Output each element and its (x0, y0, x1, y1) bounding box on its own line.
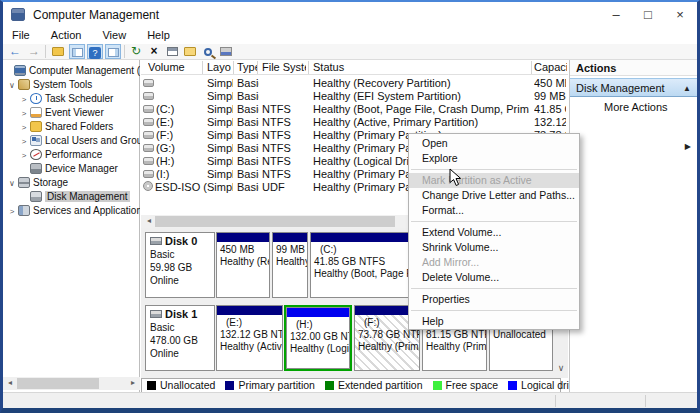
menu-help[interactable]: Help (138, 28, 179, 44)
storage-icon (18, 177, 30, 188)
tree-item-system-tools[interactable]: ∨System Tools (3, 78, 140, 92)
tree-item-storage[interactable]: ∨Storage (3, 176, 140, 190)
task-scheduler-icon (30, 93, 42, 104)
column-layout[interactable]: Layout (207, 60, 231, 75)
minimize-button[interactable]: – (601, 2, 631, 28)
window-title: Computer Management (33, 8, 159, 22)
users-icon (30, 135, 42, 146)
properties-icon[interactable] (164, 44, 180, 59)
disk-settings-icon[interactable] (218, 44, 234, 59)
disk-icon (150, 310, 162, 318)
scroll-left-icon[interactable]: ◂ (143, 215, 155, 227)
disk-management-icon (30, 191, 42, 202)
find-icon[interactable] (200, 44, 216, 59)
open-folder-icon[interactable] (182, 44, 198, 59)
tree-item-shared-folders[interactable]: >Shared Folders (3, 120, 140, 134)
expander-icon[interactable]: > (19, 107, 29, 120)
menu-action[interactable]: Action (42, 28, 91, 44)
tree-item-event-viewer[interactable]: >Event Viewer (3, 106, 140, 120)
scroll-thumb[interactable] (17, 378, 99, 389)
volume-row[interactable]: SimpleBasicHealthy (EFI System Partition… (141, 90, 568, 103)
forward-icon[interactable]: → (26, 44, 42, 59)
expander-icon[interactable]: ∨ (7, 177, 17, 190)
menu-view[interactable]: View (93, 28, 135, 44)
tree-item-task-scheduler[interactable]: >Task Scheduler (3, 92, 140, 106)
volume-row[interactable]: (C:)SimpleBasicNTFSHealthy (Boot, Page F… (141, 103, 568, 116)
drive-icon (143, 168, 156, 181)
back-icon[interactable]: ← (7, 44, 23, 59)
menu-item-open[interactable]: Open (409, 136, 579, 151)
menu-item-format[interactable]: Format... (409, 203, 579, 218)
disk1-partition-h[interactable]: (H:)132.00 GB NTFSHealthy (Logical Drive… (287, 308, 349, 368)
menu-item-mark-partition-active: Mark Partition as Active (409, 173, 579, 188)
status-bar (3, 392, 697, 408)
close-button[interactable]: × (665, 2, 695, 28)
help-icon[interactable]: ? (87, 44, 103, 59)
menu-item-delete-volume[interactable]: Delete Volume... (409, 270, 579, 285)
scroll-thumb[interactable] (155, 216, 395, 227)
partition-legend: Unallocated Primary partition Extended p… (141, 378, 561, 393)
legend-item: Primary partition (225, 379, 314, 392)
legend-swatch (147, 381, 156, 390)
menu-item-extend-volume[interactable]: Extend Volume... (409, 225, 579, 240)
refresh-icon[interactable]: ↻ (128, 44, 144, 59)
maximize-button[interactable]: □ (633, 2, 663, 28)
toolbar-separator (124, 45, 125, 58)
up-level-icon[interactable] (50, 44, 66, 59)
menu-item-help[interactable]: Help (409, 314, 579, 329)
column-status[interactable]: Status (313, 60, 523, 75)
drive-icon (143, 142, 156, 155)
expander-icon[interactable]: > (19, 121, 29, 134)
menu-item-properties[interactable]: Properties (409, 292, 579, 307)
tree-item-services-applications[interactable]: >Services and Applications (3, 204, 140, 218)
disk1-partition-e[interactable]: (E:)132.12 GB NTFSHealthy (Active, Prima… (216, 305, 283, 371)
tree-item-device-manager[interactable]: Device Manager (3, 162, 140, 176)
tree-item-performance[interactable]: >Performance (3, 148, 140, 162)
drive-icon (143, 155, 156, 168)
menu-item-change-drive-letter[interactable]: Change Drive Letter and Paths... (409, 188, 579, 203)
console-tree: Computer Management (Local) ∨System Tool… (3, 60, 140, 392)
disk0-label[interactable]: Disk 0 Basic 59.98 GB Online (145, 232, 215, 298)
action-pane-toggle-icon[interactable] (105, 44, 121, 59)
console-tree-toggle-icon[interactable] (69, 44, 85, 59)
volume-row[interactable]: SimpleBasicHealthy (Recovery Partition)4… (141, 77, 568, 90)
menu-item-explore[interactable]: Explore (409, 151, 579, 166)
collapse-icon[interactable]: ▲ (683, 79, 691, 98)
tree-horizontal-scrollbar[interactable]: ◂ ▸ (3, 377, 140, 390)
column-capacity[interactable]: Capacity (534, 60, 567, 75)
expander-icon[interactable]: > (19, 149, 29, 162)
tree-item-local-users-groups[interactable]: >Local Users and Groups (3, 134, 140, 148)
expander-icon[interactable]: > (7, 205, 17, 218)
delete-icon[interactable]: × (146, 44, 162, 59)
volume-row[interactable]: (E:)SimpleBasicNTFSHealthy (Active, Prim… (141, 116, 568, 129)
volume-list-header: Volume Layout Type File System Status Ca… (141, 60, 568, 75)
computer-management-window: Computer Management – □ × File Action Vi… (0, 0, 700, 413)
legend-swatch (433, 381, 442, 390)
column-volume[interactable]: Volume (148, 60, 201, 75)
menu-separator (409, 166, 579, 173)
scroll-left-icon[interactable]: ◂ (4, 377, 16, 389)
disk0-partition-recovery[interactable]: 450 MBHealthy (Recovery Partition) (216, 232, 270, 298)
expander-icon[interactable]: > (19, 93, 29, 106)
expander-icon[interactable]: ∨ (7, 79, 17, 92)
tree-item-computer-management[interactable]: Computer Management (Local) (3, 64, 140, 78)
tree-item-disk-management[interactable]: Disk Management (3, 190, 140, 204)
actions-group-disk-management[interactable]: Disk Management ▲ (570, 78, 698, 97)
services-icon (18, 205, 30, 216)
expander-icon[interactable]: > (19, 135, 29, 148)
legend-item: Unallocated (147, 379, 215, 392)
scroll-down-icon[interactable]: ∨ (555, 362, 567, 374)
disk1-label[interactable]: Disk 1 Basic 478.00 GB Online (145, 305, 215, 371)
scroll-right-icon[interactable]: ▸ (127, 377, 139, 389)
legend-swatch (508, 381, 517, 390)
column-type[interactable]: Type (237, 60, 257, 75)
menu-item-shrink-volume[interactable]: Shrink Volume... (409, 240, 579, 255)
submenu-arrow-icon[interactable]: ▶ (685, 138, 691, 155)
disk0-partition-efi[interactable]: 99 MBHealthy (EFI System Partition) (272, 232, 308, 298)
menu-file[interactable]: File (3, 28, 39, 44)
performance-icon (30, 149, 42, 160)
disk1-extended-partition-outline: (H:)132.00 GB NTFSHealthy (Logical Drive… (284, 305, 352, 371)
menu-separator (409, 285, 579, 292)
column-file-system[interactable]: File System (262, 60, 306, 75)
more-actions-item[interactable]: More Actions ▶ (570, 99, 698, 116)
